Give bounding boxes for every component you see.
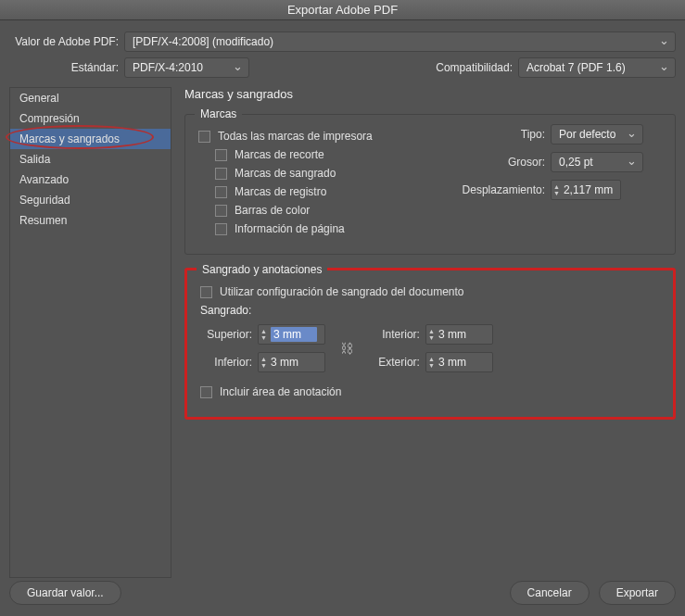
bleed-heading: Sangrado: [200, 304, 660, 317]
offset-label: Desplazamiento: [449, 183, 551, 196]
bleed-marks-checkbox[interactable] [215, 168, 227, 180]
slug-label: Incluir área de anotación [220, 385, 341, 398]
link-icon[interactable]: ⛓ [340, 341, 353, 356]
page-info-checkbox[interactable] [215, 223, 227, 235]
compat-value: Acrobat 7 (PDF 1.6) [526, 61, 626, 74]
weight-value: 0,25 pt [559, 156, 593, 169]
panel-title: Marcas y sangrados [184, 87, 676, 101]
reg-marks-checkbox[interactable] [215, 186, 227, 198]
bleed-top-value: 3 mm [271, 327, 317, 342]
weight-label: Grosor: [449, 156, 551, 169]
preset-label: Valor de Adobe PDF: [9, 35, 124, 48]
offset-spinner[interactable]: ▲▼ 2,117 mm [551, 180, 621, 200]
spinner-arrows-icon[interactable]: ▲▼ [428, 328, 435, 341]
sidebar: General Compresión Marcas y sangrados Sa… [9, 87, 171, 578]
bleed-inside-label: Interior: [368, 328, 425, 341]
standard-dropdown[interactable]: PDF/X-4:2010 [124, 57, 249, 78]
reg-marks-label: Marcas de registro [235, 185, 326, 198]
export-button[interactable]: Exportar [599, 581, 676, 605]
compat-label: Compatibilidad: [436, 61, 518, 74]
standard-value: PDF/X-4:2010 [133, 61, 203, 74]
bleed-outside-value: 3 mm [438, 356, 485, 369]
use-doc-bleed-checkbox[interactable] [200, 286, 212, 298]
preset-value: [PDF/X-4:2008] (modificado) [133, 35, 273, 48]
standard-label: Estándar: [9, 61, 124, 74]
type-value: Por defecto [559, 128, 615, 141]
bleed-outside-spinner[interactable]: ▲▼ 3 mm [425, 352, 493, 372]
marks-fieldset: Marcas Todas las marcas de impresora Mar… [184, 114, 676, 255]
bleed-bottom-spinner[interactable]: ▲▼ 3 mm [258, 352, 325, 372]
slug-checkbox[interactable] [200, 386, 212, 398]
crop-marks-checkbox[interactable] [215, 149, 227, 161]
all-marks-checkbox[interactable] [198, 131, 210, 143]
save-preset-button[interactable]: Guardar valor... [9, 581, 121, 605]
type-label: Tipo: [449, 128, 551, 141]
bleed-inside-spinner[interactable]: ▲▼ 3 mm [425, 324, 493, 345]
spinner-arrows-icon[interactable]: ▲▼ [260, 328, 267, 341]
use-doc-bleed-label: Utilizar configuración de sangrado del d… [220, 285, 464, 298]
all-marks-label: Todas las marcas de impresora [218, 130, 373, 143]
type-dropdown[interactable]: Por defecto [551, 124, 643, 145]
bleed-bottom-label: Inferior: [200, 356, 258, 369]
page-info-label: Información de página [235, 222, 345, 235]
sidebar-item-security[interactable]: Seguridad [10, 190, 171, 210]
sidebar-item-advanced[interactable]: Avanzado [10, 170, 171, 190]
spinner-arrows-icon[interactable]: ▲▼ [553, 183, 560, 196]
bleed-fieldset: Sangrado y anotaciones Utilizar configur… [184, 268, 676, 420]
sidebar-item-summary[interactable]: Resumen [10, 210, 171, 231]
sidebar-item-general[interactable]: General [10, 88, 171, 108]
crop-marks-label: Marcas de recorte [235, 148, 324, 161]
bleed-bottom-value: 3 mm [271, 356, 317, 369]
window-title: Exportar Adobe PDF [0, 0, 685, 20]
color-bars-checkbox[interactable] [215, 205, 227, 217]
bleed-legend: Sangrado y anotaciones [197, 263, 327, 276]
color-bars-label: Barras de color [235, 204, 310, 217]
weight-dropdown[interactable]: 0,25 pt [551, 152, 643, 172]
preset-dropdown[interactable]: [PDF/X-4:2008] (modificado) [124, 31, 676, 52]
marks-legend: Marcas [195, 107, 242, 120]
compat-dropdown[interactable]: Acrobat 7 (PDF 1.6) [518, 57, 676, 78]
bleed-top-spinner[interactable]: ▲▼ 3 mm [258, 324, 325, 345]
sidebar-item-label: Marcas y sangrados [19, 132, 120, 145]
bleed-outside-label: Exterior: [368, 356, 425, 369]
offset-value: 2,117 mm [564, 183, 613, 196]
spinner-arrows-icon[interactable]: ▲▼ [260, 356, 267, 369]
sidebar-item-output[interactable]: Salida [10, 149, 171, 170]
sidebar-item-compression[interactable]: Compresión [10, 108, 171, 129]
cancel-button[interactable]: Cancelar [510, 581, 590, 605]
bleed-top-label: Superior: [200, 328, 258, 341]
bleed-marks-label: Marcas de sangrado [235, 167, 336, 180]
sidebar-item-marks-bleeds[interactable]: Marcas y sangrados [10, 129, 171, 149]
bleed-inside-value: 3 mm [438, 328, 485, 341]
spinner-arrows-icon[interactable]: ▲▼ [428, 356, 435, 369]
